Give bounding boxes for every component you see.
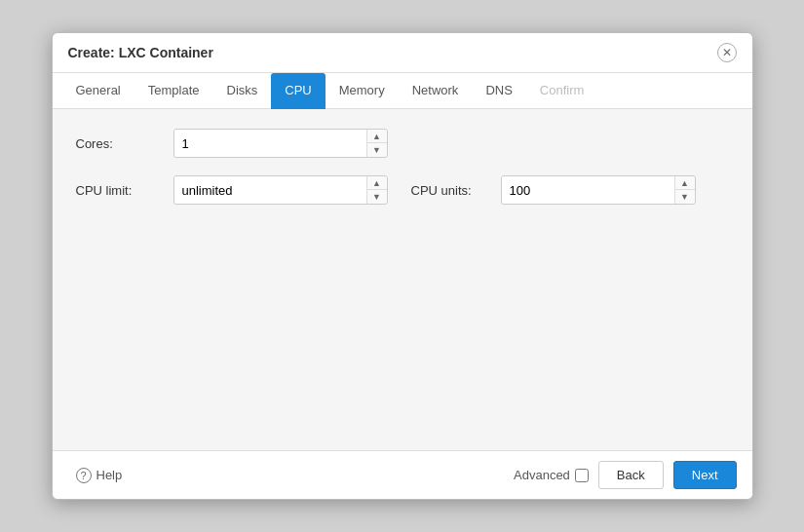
cores-spin-up[interactable]: ▲	[367, 130, 387, 143]
cpu-limit-spin-arrows: ▲ ▼	[366, 176, 387, 204]
dialog-body: Cores: ▲ ▼ CPU limit: ▲	[53, 109, 752, 450]
help-label: Help	[96, 468, 123, 482]
close-button[interactable]: ✕	[717, 43, 737, 62]
cpu-limit-label: CPU limit:	[76, 183, 173, 198]
tab-general[interactable]: General	[62, 73, 134, 109]
back-button[interactable]: Back	[598, 461, 664, 489]
cores-input[interactable]	[174, 132, 366, 156]
footer-right: Advanced Back Next	[514, 461, 736, 489]
cores-spin-arrows: ▲ ▼	[366, 130, 387, 157]
cores-spin-down[interactable]: ▼	[367, 143, 387, 157]
cpu-limit-input-wrapper: ▲ ▼	[173, 175, 388, 205]
cpu-limit-spin-down[interactable]: ▼	[367, 190, 387, 204]
cores-input-wrapper: ▲ ▼	[173, 129, 388, 158]
next-button[interactable]: Next	[673, 461, 737, 489]
close-icon: ✕	[722, 47, 732, 58]
cores-label: Cores:	[76, 136, 173, 151]
advanced-checkbox[interactable]	[575, 469, 589, 482]
advanced-label[interactable]: Advanced	[514, 468, 589, 482]
cpu-units-section: CPU units: ▲ ▼	[411, 175, 696, 205]
down-arrow-icon: ▼	[372, 145, 381, 155]
tab-confirm: Confirm	[526, 73, 598, 109]
cpu-units-spin-arrows: ▲ ▼	[674, 176, 695, 204]
create-lxc-dialog: Create: LXC Container ✕ General Template…	[52, 32, 753, 500]
tab-cpu[interactable]: CPU	[271, 73, 325, 109]
dialog-footer: ? Help Advanced Back Next	[53, 450, 752, 499]
down-arrow-icon: ▼	[680, 192, 689, 202]
up-arrow-icon: ▲	[372, 178, 381, 188]
cores-row: Cores: ▲ ▼	[76, 129, 729, 158]
tab-dns[interactable]: DNS	[472, 73, 525, 109]
down-arrow-icon: ▼	[372, 192, 381, 202]
up-arrow-icon: ▲	[372, 132, 381, 141]
cpu-limit-row: CPU limit: ▲ ▼ CPU units:	[76, 175, 729, 205]
tab-disks[interactable]: Disks	[213, 73, 272, 109]
cpu-units-input[interactable]	[502, 178, 674, 203]
cpu-limit-input[interactable]	[174, 178, 366, 203]
up-arrow-icon: ▲	[680, 178, 689, 188]
tab-memory[interactable]: Memory	[325, 73, 399, 109]
cpu-units-input-wrapper: ▲ ▼	[501, 175, 696, 205]
cpu-units-spin-up[interactable]: ▲	[675, 176, 695, 190]
cpu-units-spin-down[interactable]: ▼	[675, 190, 695, 204]
cpu-units-label: CPU units:	[411, 183, 489, 198]
dialog-title-bar: Create: LXC Container ✕	[53, 33, 752, 73]
tab-bar: General Template Disks CPU Memory Networ…	[53, 73, 752, 109]
dialog-title: Create: LXC Container	[68, 45, 213, 60]
tab-network[interactable]: Network	[399, 73, 473, 109]
advanced-text: Advanced	[514, 468, 570, 482]
help-button[interactable]: ? Help	[68, 464, 131, 487]
tab-template[interactable]: Template	[134, 73, 213, 109]
help-icon: ?	[76, 468, 92, 483]
cpu-limit-spin-up[interactable]: ▲	[367, 176, 387, 190]
